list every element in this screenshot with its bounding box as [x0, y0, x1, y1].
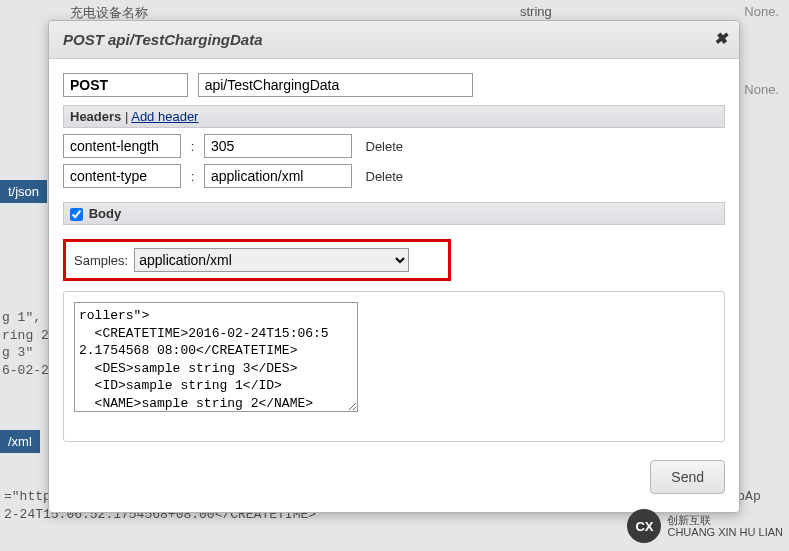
bg-col-type: string [520, 4, 552, 19]
samples-select[interactable]: application/xml [134, 248, 409, 272]
samples-label: Samples: [74, 253, 128, 268]
headers-label: Headers [70, 109, 121, 124]
header-colon: : [185, 139, 201, 154]
body-label: Body [89, 206, 122, 221]
http-method-input[interactable] [63, 73, 188, 97]
body-checkbox[interactable] [70, 208, 83, 221]
bg-tab-json[interactable]: t/json [0, 180, 47, 203]
watermark-brand-cn: 创新互联 [667, 514, 783, 526]
send-button[interactable]: Send [650, 460, 725, 494]
body-textarea-wrap [63, 291, 725, 442]
header-row-1: : Delete [63, 164, 725, 188]
body-textarea[interactable] [74, 302, 358, 412]
watermark-logo-icon: CX [627, 509, 661, 543]
delete-header-link[interactable]: Delete [366, 169, 404, 184]
watermark-text: 创新互联 CHUANG XIN HU LIAN [667, 514, 783, 538]
header-colon: : [185, 169, 201, 184]
test-request-dialog: POST api/TestChargingData ✖ Headers | Ad… [48, 20, 740, 513]
bg-none-2: None. [744, 82, 779, 97]
dialog-title-bar: POST api/TestChargingData ✖ [49, 21, 739, 59]
header-name-input[interactable] [63, 164, 181, 188]
delete-header-link[interactable]: Delete [366, 139, 404, 154]
request-uri-input[interactable] [198, 73, 473, 97]
dialog-body: Headers | Add header : Delete : Delete B… [49, 59, 739, 512]
close-icon[interactable]: ✖ [714, 29, 727, 48]
send-row: Send [63, 460, 725, 494]
watermark-brand-en: CHUANG XIN HU LIAN [667, 526, 783, 538]
samples-row: Samples: application/xml [63, 239, 451, 281]
watermark: CX 创新互联 CHUANG XIN HU LIAN [627, 509, 783, 543]
header-row-0: : Delete [63, 134, 725, 158]
header-value-input[interactable] [204, 164, 352, 188]
headers-section-bar: Headers | Add header [63, 105, 725, 128]
request-line-row [63, 73, 725, 97]
bg-none-1: None. [744, 4, 779, 19]
header-value-input[interactable] [204, 134, 352, 158]
add-header-link[interactable]: Add header [131, 109, 198, 124]
bg-tab-xml[interactable]: /xml [0, 430, 40, 453]
body-section-bar: Body [63, 202, 725, 225]
header-name-input[interactable] [63, 134, 181, 158]
dialog-title-text: POST api/TestChargingData [63, 31, 262, 48]
